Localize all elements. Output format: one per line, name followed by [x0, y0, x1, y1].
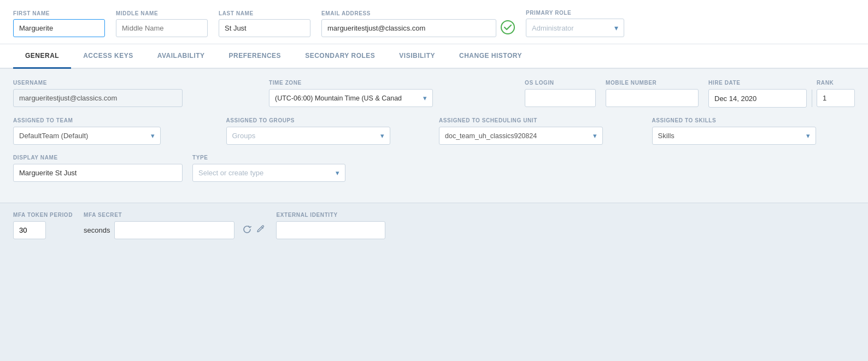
skills-chevron-icon: ▾: [806, 132, 810, 140]
type-placeholder: Select or create type: [198, 169, 263, 177]
last-name-group: LAST NAME: [219, 10, 310, 37]
groups-dropdown[interactable]: Groups ▾: [226, 127, 390, 145]
groups-chevron-icon: ▾: [380, 132, 384, 140]
first-name-group: FIRST NAME: [13, 10, 105, 37]
mfa-secret-input[interactable]: [114, 221, 234, 239]
main-content: USERNAME TIME ZONE (UTC-06:00) Mountain …: [0, 69, 868, 203]
hire-date-label: HIRE DATE: [708, 80, 807, 86]
display-name-label: DISPLAY NAME: [13, 155, 183, 161]
primary-role-chevron-icon: ▾: [614, 23, 618, 32]
skills-dropdown[interactable]: Skills ▾: [652, 127, 816, 145]
seconds-label: seconds: [84, 226, 110, 234]
tab-general[interactable]: GENERAL: [13, 44, 71, 69]
groups-col: ASSIGNED TO GROUPS Groups ▾: [226, 117, 430, 145]
mfa-secret-col: MFA SECRET seconds: [84, 212, 265, 239]
last-name-label: LAST NAME: [219, 10, 310, 16]
display-name-col: DISPLAY NAME: [13, 155, 183, 182]
timezone-col: TIME ZONE (UTC-06:00) Mountain Time (US …: [269, 80, 515, 107]
form-row-1: USERNAME TIME ZONE (UTC-06:00) Mountain …: [13, 80, 855, 108]
scheduling-dropdown[interactable]: doc_team_uh_classics920824 ▾: [439, 127, 603, 145]
last-name-input[interactable]: [219, 19, 310, 37]
type-label: TYPE: [192, 155, 345, 161]
first-name-input[interactable]: [13, 19, 105, 37]
tabs-bar: GENERAL ACCESS KEYS AVAILABILITY PREFERE…: [0, 44, 868, 69]
mfa-secret-label: MFA SECRET: [84, 212, 265, 218]
tab-visibility[interactable]: VISIBILITY: [387, 44, 447, 69]
scheduling-chevron-icon: ▾: [593, 132, 597, 140]
timezone-chevron-icon: ▾: [423, 94, 427, 102]
type-col: TYPE Select or create type ▾: [192, 155, 345, 182]
mobile-label: MOBILE NUMBER: [606, 80, 699, 86]
username-input[interactable]: [13, 89, 183, 107]
rank-input[interactable]: [817, 89, 855, 107]
tab-change-history[interactable]: CHANGE HISTORY: [447, 44, 534, 69]
mobile-input[interactable]: [606, 89, 699, 107]
hire-date-col: HIRE DATE: [708, 80, 807, 108]
form-row-2: ASSIGNED TO TEAM DefaultTeam (Default) ▾…: [13, 117, 855, 145]
svg-point-0: [501, 21, 514, 34]
scheduling-col: ASSIGNED TO SCHEDULING UNIT doc_team_uh_…: [439, 117, 642, 145]
team-value: DefaultTeam (Default): [19, 132, 88, 140]
display-name-input[interactable]: [13, 164, 183, 182]
top-bar: FIRST NAME MIDDLE NAME LAST NAME EMAIL A…: [0, 0, 868, 44]
middle-name-input[interactable]: [116, 19, 208, 37]
type-chevron-icon: ▾: [336, 169, 339, 177]
mobile-col: MOBILE NUMBER: [606, 80, 699, 107]
email-label: EMAIL ADDRESS: [321, 10, 515, 16]
hire-date-input[interactable]: [709, 90, 812, 107]
tab-access-keys[interactable]: ACCESS KEYS: [71, 44, 145, 69]
primary-role-label: PRIMARY ROLE: [526, 10, 624, 16]
primary-role-group: PRIMARY ROLE Administrator ▾: [526, 10, 624, 37]
team-col: ASSIGNED TO TEAM DefaultTeam (Default) ▾: [13, 117, 216, 145]
scheduling-value: doc_team_uh_classics920824: [445, 132, 537, 140]
external-identity-label: EXTERNAL IDENTITY: [276, 212, 385, 218]
mfa-secret-row: seconds: [84, 221, 265, 239]
team-label: ASSIGNED TO TEAM: [13, 117, 216, 123]
email-group: EMAIL ADDRESS: [321, 10, 515, 37]
scheduling-label: ASSIGNED TO SCHEDULING UNIT: [439, 117, 642, 123]
os-login-input[interactable]: [525, 89, 596, 107]
team-chevron-icon: ▾: [151, 132, 155, 140]
email-wrapper: [321, 19, 515, 37]
hire-date-wrapper: [708, 89, 807, 108]
skills-label: ASSIGNED TO SKILLS: [652, 117, 855, 123]
mfa-token-input[interactable]: [13, 221, 46, 239]
mfa-token-row: [13, 221, 73, 239]
middle-name-label: MIDDLE NAME: [116, 10, 208, 16]
external-identity-col: EXTERNAL IDENTITY: [276, 212, 385, 239]
tab-secondary-roles[interactable]: SECONDARY ROLES: [293, 44, 387, 69]
username-col: USERNAME: [13, 80, 259, 107]
form-row-3: DISPLAY NAME TYPE Select or create type …: [13, 155, 855, 182]
team-dropdown[interactable]: DefaultTeam (Default) ▾: [13, 127, 161, 145]
os-login-label: OS LOGIN: [525, 80, 596, 86]
type-dropdown[interactable]: Select or create type ▾: [192, 164, 345, 182]
email-verified-icon: [501, 20, 515, 37]
rank-label: RANK: [817, 80, 855, 86]
mfa-token-label: MFA TOKEN PERIOD: [13, 212, 73, 218]
tab-preferences[interactable]: PREFERENCES: [217, 44, 294, 69]
timezone-dropdown[interactable]: (UTC-06:00) Mountain Time (US & Canad ▾: [269, 89, 433, 107]
email-input[interactable]: [321, 19, 496, 37]
edit-icon[interactable]: [256, 225, 265, 235]
external-identity-input[interactable]: [276, 221, 385, 239]
timezone-value: (UTC-06:00) Mountain Time (US & Canad: [275, 94, 402, 102]
skills-placeholder: Skills: [658, 132, 675, 140]
primary-role-select[interactable]: Administrator ▾: [526, 19, 624, 37]
groups-label: ASSIGNED TO GROUPS: [226, 117, 430, 123]
os-login-col: OS LOGIN: [525, 80, 596, 107]
refresh-icon[interactable]: [242, 224, 252, 236]
rank-col: RANK: [817, 80, 855, 107]
username-label: USERNAME: [13, 80, 259, 86]
bottom-section: MFA TOKEN PERIOD MFA SECRET seconds: [0, 203, 868, 248]
first-name-label: FIRST NAME: [13, 10, 105, 16]
mfa-token-col: MFA TOKEN PERIOD: [13, 212, 73, 239]
middle-name-group: MIDDLE NAME: [116, 10, 208, 37]
primary-role-value: Administrator: [532, 24, 614, 32]
skills-col: ASSIGNED TO SKILLS Skills ▾: [652, 117, 855, 145]
timezone-label: TIME ZONE: [269, 80, 515, 86]
groups-placeholder: Groups: [232, 132, 256, 140]
tab-availability[interactable]: AVAILABILITY: [145, 44, 217, 69]
